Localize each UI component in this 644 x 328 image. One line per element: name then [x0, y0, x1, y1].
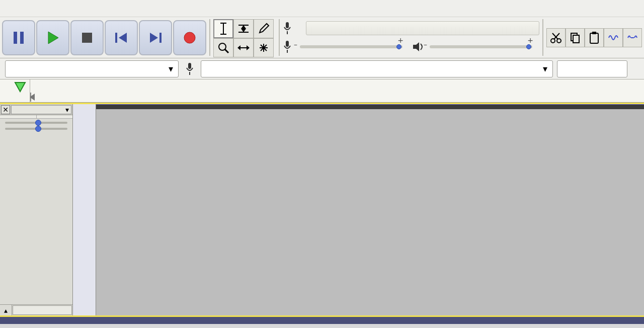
menu-view[interactable] [41, 6, 54, 12]
menu-tracks[interactable] [67, 6, 80, 12]
meters-column: –+ –+ [279, 19, 539, 56]
menu-analyze[interactable] [107, 6, 120, 12]
menu-tools[interactable] [120, 6, 133, 12]
ruler-corner [0, 79, 30, 102]
recording-meter[interactable] [306, 21, 539, 35]
svg-marker-30 [413, 42, 419, 51]
ruler-body[interactable] [30, 79, 644, 102]
menu-help[interactable] [133, 6, 146, 12]
svg-point-8 [184, 32, 195, 43]
svg-rect-7 [159, 33, 162, 43]
recording-volume-mic-icon [280, 40, 295, 54]
recording-channels-dropdown[interactable] [557, 60, 627, 77]
cut-button[interactable] [546, 28, 566, 47]
pan-slider[interactable] [0, 125, 72, 131]
svg-marker-21 [247, 45, 250, 50]
svg-rect-40 [188, 63, 191, 69]
skip-end-button[interactable] [139, 20, 172, 55]
timeline-ruler[interactable] [0, 79, 644, 103]
loop-handle-right[interactable] [30, 94, 32, 101]
track-select-button[interactable] [13, 305, 72, 315]
menu-select[interactable] [28, 6, 41, 12]
main-toolbar: –+ –+ [0, 17, 644, 58]
pause-button[interactable] [2, 20, 35, 55]
trim-button[interactable] [604, 28, 623, 47]
gain-slider[interactable] [0, 119, 72, 125]
recording-volume-slider[interactable]: –+ [300, 45, 403, 48]
svg-marker-2 [48, 32, 58, 44]
tool-palette [209, 19, 274, 56]
svg-line-18 [225, 49, 228, 53]
recording-meter-mic-icon[interactable] [280, 21, 295, 35]
edit-tool-group [542, 19, 642, 56]
solo-button[interactable] [37, 115, 73, 118]
playback-volume-slider[interactable]: –+ [430, 45, 532, 48]
loop-region[interactable] [30, 93, 31, 102]
menu-transport[interactable] [54, 6, 67, 12]
transport-controls [2, 19, 206, 56]
menu-generate[interactable] [80, 6, 94, 12]
svg-rect-3 [82, 33, 92, 43]
track-area: ✕ ▾ ▴ [0, 103, 644, 317]
play-button[interactable] [36, 20, 69, 55]
zoom-tool[interactable] [213, 38, 233, 57]
audio-host-dropdown[interactable]: ▾ [5, 60, 179, 77]
svg-rect-4 [115, 33, 117, 43]
svg-rect-28 [286, 41, 289, 47]
svg-rect-37 [590, 33, 598, 43]
timeshift-tool[interactable] [233, 38, 254, 57]
device-toolbar: ▾ ▾ [0, 58, 644, 79]
svg-marker-6 [150, 33, 158, 43]
multi-tool[interactable] [254, 38, 274, 57]
record-button[interactable] [173, 20, 206, 55]
stop-button[interactable] [70, 20, 104, 55]
svg-marker-16 [260, 24, 269, 33]
svg-marker-14 [241, 25, 246, 29]
track-control-panel: ✕ ▾ ▴ [0, 104, 73, 315]
menu-effect[interactable] [94, 6, 107, 12]
track-format-info [0, 131, 72, 137]
track-name-dropdown[interactable]: ▾ [11, 105, 71, 114]
playhead-icon[interactable] [14, 81, 27, 93]
menu-file[interactable] [2, 6, 15, 12]
svg-marker-44 [30, 94, 32, 101]
amplitude-scale [73, 104, 96, 315]
track-close-button[interactable]: ✕ [1, 105, 10, 114]
envelope-tool[interactable] [233, 19, 254, 38]
skip-start-button[interactable] [105, 20, 138, 55]
draw-tool[interactable] [254, 19, 274, 38]
chevron-down-icon: ▾ [169, 63, 173, 74]
track-collapse-button[interactable]: ▴ [0, 305, 12, 315]
mute-button[interactable] [0, 115, 37, 118]
svg-marker-15 [241, 29, 246, 32]
recording-device-dropdown[interactable]: ▾ [201, 60, 553, 77]
paste-button[interactable] [585, 28, 604, 47]
mic-icon [183, 62, 197, 76]
svg-rect-1 [20, 32, 24, 44]
svg-rect-0 [14, 32, 17, 44]
svg-rect-36 [573, 35, 579, 43]
svg-marker-5 [119, 33, 127, 43]
menu-edit[interactable] [15, 6, 28, 12]
silence-button[interactable] [623, 28, 642, 47]
chevron-down-icon: ▾ [543, 63, 547, 74]
chevron-down-icon: ▾ [65, 106, 69, 114]
selection-tool[interactable] [213, 19, 233, 38]
svg-point-17 [219, 43, 226, 50]
waveform-region[interactable] [96, 104, 644, 315]
status-bar [0, 317, 644, 324]
svg-marker-42 [15, 83, 25, 92]
speaker-icon [412, 41, 425, 52]
svg-rect-38 [592, 32, 596, 34]
svg-marker-20 [237, 45, 240, 50]
copy-button[interactable] [566, 28, 585, 47]
waveform-svg [96, 104, 644, 204]
svg-rect-26 [286, 22, 289, 28]
menu-bar [0, 0, 644, 17]
